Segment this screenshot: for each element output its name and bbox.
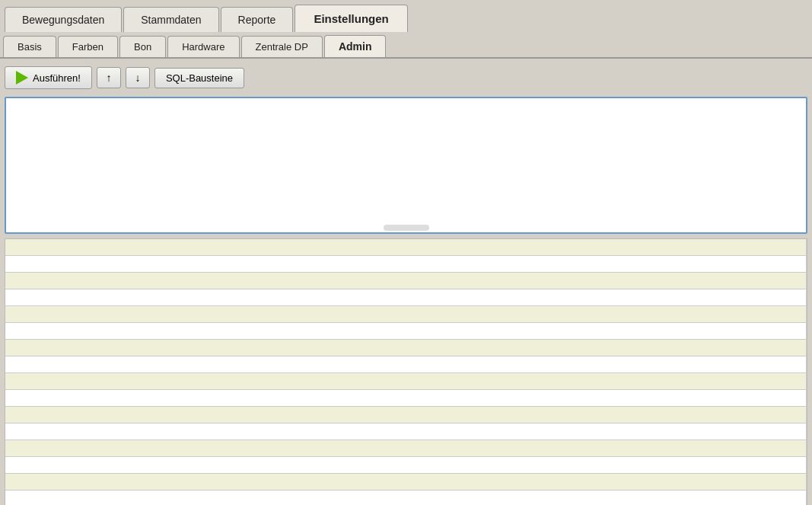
sql-text-editor[interactable] bbox=[5, 97, 807, 234]
grid-cell bbox=[5, 340, 807, 356]
table-row[interactable] bbox=[5, 289, 807, 306]
execute-arrow-icon bbox=[16, 71, 28, 85]
results-grid bbox=[5, 238, 807, 505]
execute-label: Ausführen! bbox=[33, 72, 81, 84]
grid-cell bbox=[5, 323, 807, 339]
subtab-basis[interactable]: Basis bbox=[3, 36, 56, 57]
content-area: Ausführen! ↑ ↓ SQL-Bausteine bbox=[0, 59, 812, 505]
sql-blocks-button[interactable]: SQL-Bausteine bbox=[154, 68, 244, 88]
table-row[interactable] bbox=[5, 239, 807, 256]
sub-tab-bar: Basis Farben Bon Hardware Zentrale DP Ad… bbox=[0, 32, 812, 59]
toolbar: Ausführen! ↑ ↓ SQL-Bausteine bbox=[5, 63, 807, 92]
table-row[interactable] bbox=[5, 474, 807, 491]
editor-scrollbar bbox=[384, 225, 429, 231]
tab-stammdaten[interactable]: Stammdaten bbox=[123, 7, 218, 32]
table-row[interactable] bbox=[5, 256, 807, 273]
table-row[interactable] bbox=[5, 340, 807, 356]
grid-cell bbox=[5, 256, 807, 272]
grid-cell bbox=[5, 373, 807, 389]
top-tab-bar: Bewegungsdaten Stammdaten Reporte Einste… bbox=[0, 0, 812, 32]
subtab-bon[interactable]: Bon bbox=[119, 36, 166, 57]
grid-cell bbox=[5, 239, 807, 255]
table-row[interactable] bbox=[5, 373, 807, 390]
subtab-hardware[interactable]: Hardware bbox=[167, 36, 239, 57]
move-up-button[interactable]: ↑ bbox=[97, 67, 121, 88]
tab-bewegungsdaten[interactable]: Bewegungsdaten bbox=[5, 7, 122, 32]
grid-cell bbox=[5, 491, 807, 505]
table-row[interactable] bbox=[5, 457, 807, 474]
table-row[interactable] bbox=[5, 356, 807, 373]
table-row[interactable] bbox=[5, 323, 807, 340]
grid-cell bbox=[5, 390, 807, 406]
tab-reporte[interactable]: Reporte bbox=[221, 7, 294, 32]
tab-einstellungen[interactable]: Einstellungen bbox=[295, 5, 407, 32]
table-row[interactable] bbox=[5, 390, 807, 407]
table-row[interactable] bbox=[5, 273, 807, 289]
subtab-zentrale-dp[interactable]: Zentrale DP bbox=[241, 36, 323, 57]
table-row[interactable] bbox=[5, 491, 807, 505]
table-row[interactable] bbox=[5, 306, 807, 323]
grid-cell bbox=[5, 423, 807, 439]
table-row[interactable] bbox=[5, 407, 807, 423]
main-container: Bewegungsdaten Stammdaten Reporte Einste… bbox=[0, 0, 812, 505]
grid-cell bbox=[5, 440, 807, 456]
grid-cell bbox=[5, 407, 807, 423]
grid-cell bbox=[5, 306, 807, 322]
execute-button[interactable]: Ausführen! bbox=[5, 66, 92, 89]
grid-cell bbox=[5, 273, 807, 289]
move-down-button[interactable]: ↓ bbox=[126, 67, 150, 88]
grid-cell bbox=[5, 457, 807, 473]
grid-cell bbox=[5, 474, 807, 490]
table-row[interactable] bbox=[5, 423, 807, 440]
grid-cell bbox=[5, 356, 807, 372]
subtab-farben[interactable]: Farben bbox=[58, 36, 118, 57]
subtab-admin[interactable]: Admin bbox=[324, 35, 387, 57]
table-row[interactable] bbox=[5, 440, 807, 457]
grid-cell bbox=[5, 289, 807, 305]
